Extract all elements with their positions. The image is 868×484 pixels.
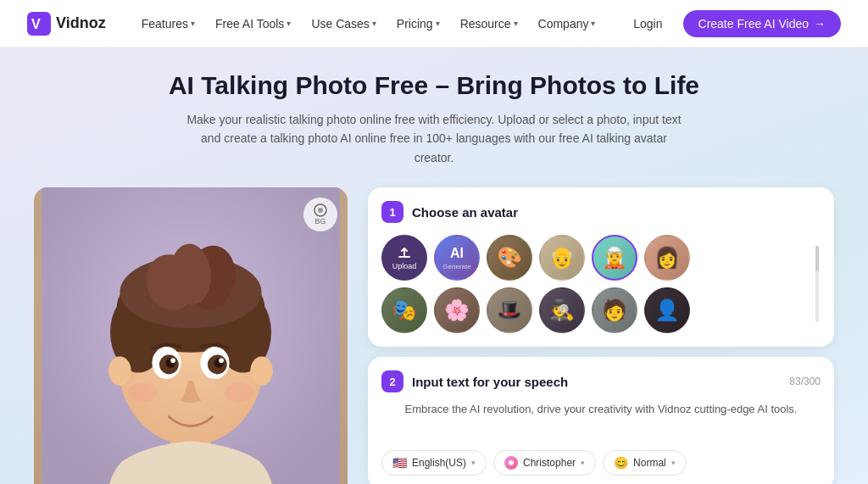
avatar-row-1: Upload AI Generate 🎨 — [381, 235, 807, 281]
nav-links: Features ▾ Free AI Tools ▾ Use Cases ▾ P… — [133, 12, 624, 36]
scrollbar-thumb[interactable] — [815, 246, 819, 271]
avatar-upload[interactable]: Upload — [381, 235, 427, 281]
step1-number: 1 — [381, 201, 403, 223]
nav-free-ai-tools[interactable]: Free AI Tools ▾ — [207, 12, 299, 36]
avatar-einstein[interactable]: 👴 — [539, 235, 585, 281]
hero-description: Make your realistic talking photo online… — [180, 110, 688, 167]
flag-icon: 🇺🇸 — [392, 456, 407, 470]
nav-pricing[interactable]: Pricing ▾ — [388, 12, 448, 36]
step2-card: 2 Input text for your speech 83/300 Embr… — [368, 357, 834, 484]
svg-point-13 — [108, 357, 131, 386]
nav-company[interactable]: Company ▾ — [530, 12, 604, 36]
speed-dropdown[interactable]: 😊 Normal ▾ — [603, 450, 687, 476]
speed-emoji: 😊 — [614, 456, 628, 470]
nav-use-cases[interactable]: Use Cases ▾ — [303, 12, 384, 36]
voice-dropdown[interactable]: Christopher ▾ — [493, 450, 596, 476]
avatar-mona-lisa[interactable]: 🎨 — [487, 235, 532, 281]
hero-title: AI Talking Photo Free – Bring Photos to … — [34, 71, 834, 100]
chevron-down-icon: ▾ — [581, 459, 585, 467]
avatar-grid-wrapper: Upload AI Generate 🎨 — [381, 235, 821, 333]
nav-resource[interactable]: Resource ▾ — [452, 12, 526, 36]
speech-text[interactable]: Embrace the AI revolution, drive your cr… — [381, 401, 821, 442]
svg-point-26 — [318, 208, 323, 213]
avatar-frida[interactable]: 🌸 — [434, 287, 480, 333]
hero-section: AI Talking Photo Free – Bring Photos to … — [0, 47, 868, 484]
bg-button[interactable]: BG — [303, 197, 337, 231]
avatar-ai-generate[interactable]: AI Generate — [434, 235, 480, 281]
char-count: 83/300 — [789, 376, 821, 387]
right-panel: 1 Choose an avatar — [368, 187, 834, 484]
avatar-silhouette[interactable]: 👤 — [644, 287, 690, 333]
upload-label: Upload — [392, 262, 417, 270]
avatar-portrait[interactable]: 🎩 — [487, 287, 532, 333]
chevron-down-icon: ▾ — [191, 19, 195, 28]
create-video-button[interactable]: Create Free AI Video → — [683, 10, 841, 37]
svg-point-23 — [128, 383, 157, 403]
step1-card: 1 Choose an avatar — [368, 187, 834, 347]
chevron-down-icon: ▾ — [591, 19, 595, 28]
avatar-rows: Upload AI Generate 🎨 — [381, 235, 807, 333]
scrollbar-track — [815, 246, 819, 322]
nav-features[interactable]: Features ▾ — [133, 12, 203, 36]
ai-label: AI — [450, 246, 464, 261]
arrow-icon: → — [814, 17, 826, 31]
navbar: V Vidnoz Features ▾ Free AI Tools ▾ Use … — [0, 0, 868, 47]
bg-icon — [314, 203, 327, 217]
avatar-teal[interactable]: 🧝 — [592, 235, 637, 281]
avatar-gray-man[interactable]: 🧑 — [592, 287, 637, 333]
svg-text:V: V — [31, 17, 41, 31]
svg-point-21 — [170, 359, 175, 364]
svg-point-22 — [219, 359, 224, 364]
cartoon-avatar-svg — [34, 187, 348, 484]
avatar-woman[interactable]: 👩 — [644, 235, 690, 281]
login-button[interactable]: Login — [623, 12, 672, 36]
avatar-dark-woman[interactable]: 🕵️ — [539, 287, 585, 333]
logo-icon: V — [27, 12, 51, 36]
avatar-preview: BG V Vidnoz — [34, 187, 348, 484]
chevron-down-icon: ▾ — [471, 459, 476, 467]
voice-label: Christopher — [523, 457, 576, 469]
svg-point-24 — [225, 383, 253, 403]
upload-icon — [397, 245, 412, 260]
dropdowns-row: 🇺🇸 English(US) ▾ Christopher ▾ 😊 Normal — [381, 450, 821, 476]
speed-label: Normal — [633, 457, 666, 469]
language-label: English(US) — [412, 457, 466, 469]
chevron-down-icon: ▾ — [671, 459, 676, 467]
scrollbar-col — [814, 235, 821, 333]
avatar-row-2: 🎭 🌸 🎩 🕵️ — [381, 287, 807, 333]
step1-title: Choose an avatar — [412, 205, 518, 220]
voice-icon — [504, 456, 518, 470]
nav-actions: Login Create Free AI Video → — [623, 10, 841, 37]
chevron-down-icon: ▾ — [372, 19, 376, 28]
chevron-down-icon: ▾ — [514, 19, 518, 28]
language-dropdown[interactable]: 🇺🇸 English(US) ▾ — [381, 450, 487, 476]
step2-number: 2 — [381, 370, 403, 392]
logo[interactable]: V Vidnoz — [27, 12, 106, 36]
step2-title: Input text for your speech — [412, 375, 568, 389]
chevron-down-icon: ▾ — [436, 19, 440, 28]
brand-name: Vidnoz — [56, 14, 106, 32]
bg-label: BG — [314, 217, 326, 225]
step2-header: 2 Input text for your speech 83/300 — [381, 370, 821, 392]
avatar-shakespeare[interactable]: 🎭 — [381, 287, 427, 333]
step1-header: 1 Choose an avatar — [381, 201, 821, 223]
avatar-image — [34, 187, 348, 484]
content-row: BG V Vidnoz 1 Choose an avatar — [34, 187, 834, 484]
chevron-down-icon: ▾ — [287, 19, 291, 28]
svg-point-14 — [250, 357, 273, 386]
generate-label: Generate — [442, 263, 470, 270]
